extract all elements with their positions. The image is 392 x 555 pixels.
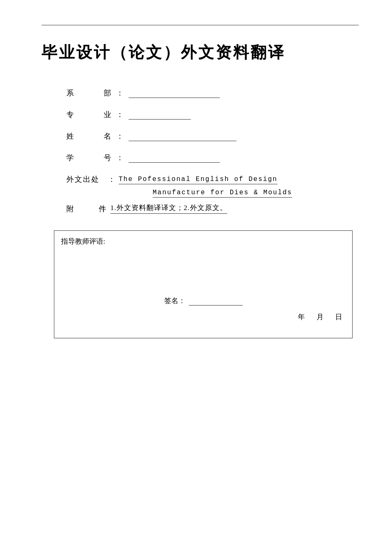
waiwen-text-line2: Manufacture for Dies & Moulds	[153, 189, 292, 198]
student-id-label: 学 号	[66, 153, 116, 163]
waiwen-line2-row: Manufacture for Dies & Moulds	[153, 188, 359, 196]
student-id-field[interactable]	[129, 154, 220, 163]
department-label: 系 部	[66, 88, 116, 98]
waiwen-text-line1: The Pofessional English of Design	[119, 176, 278, 184]
sign-field[interactable]	[189, 297, 243, 306]
fuj-colon: ：	[100, 204, 107, 214]
student-id-colon: ：	[116, 153, 124, 163]
page: 毕业设计（论文）外文资料翻译 系 部 ： 专 业 ： 姓 名 ： 学 号 ：	[0, 0, 392, 555]
student-id-row: 学 号 ：	[66, 153, 359, 163]
major-field[interactable]	[129, 110, 191, 120]
major-label: 专 业	[66, 110, 116, 120]
department-colon: ：	[116, 88, 124, 98]
waiwen-label: 外文出处	[66, 174, 108, 184]
name-field[interactable]	[129, 132, 236, 141]
sign-label: 签名：	[164, 296, 185, 306]
major-colon: ：	[116, 110, 124, 120]
fuj-content: 1.外文资料翻译译文；2.外文原文。	[110, 203, 227, 214]
major-row: 专 业 ：	[66, 110, 359, 120]
name-label: 姓 名	[66, 131, 116, 141]
name-row: 姓 名 ：	[66, 131, 359, 141]
date-row: 年 月 日	[61, 312, 346, 322]
waiwen-row: 外文出处 ： The Pofessional English of Design	[66, 174, 359, 184]
date-month: 月	[317, 312, 324, 322]
date-day: 日	[335, 312, 342, 322]
name-colon: ：	[116, 131, 124, 141]
department-field[interactable]	[129, 89, 220, 98]
waiwen-colon: ：	[108, 174, 115, 184]
comment-label: 指导教师评语:	[61, 237, 346, 246]
fuj-row: 附 件 ： 1.外文资料翻译译文；2.外文原文。	[66, 203, 359, 214]
comment-box: 指导教师评语: 签名： 年 月 日	[54, 230, 353, 338]
main-title: 毕业设计（论文）外文资料翻译	[41, 42, 359, 63]
fuj-label: 附 件	[66, 204, 100, 214]
sign-row: 签名：	[61, 296, 346, 306]
date-year: 年	[298, 312, 305, 322]
department-row: 系 部 ：	[66, 88, 359, 98]
form-section: 系 部 ： 专 业 ： 姓 名 ： 学 号 ： 外文出处 ： The Pofes	[66, 88, 359, 214]
top-divider	[41, 25, 359, 25]
